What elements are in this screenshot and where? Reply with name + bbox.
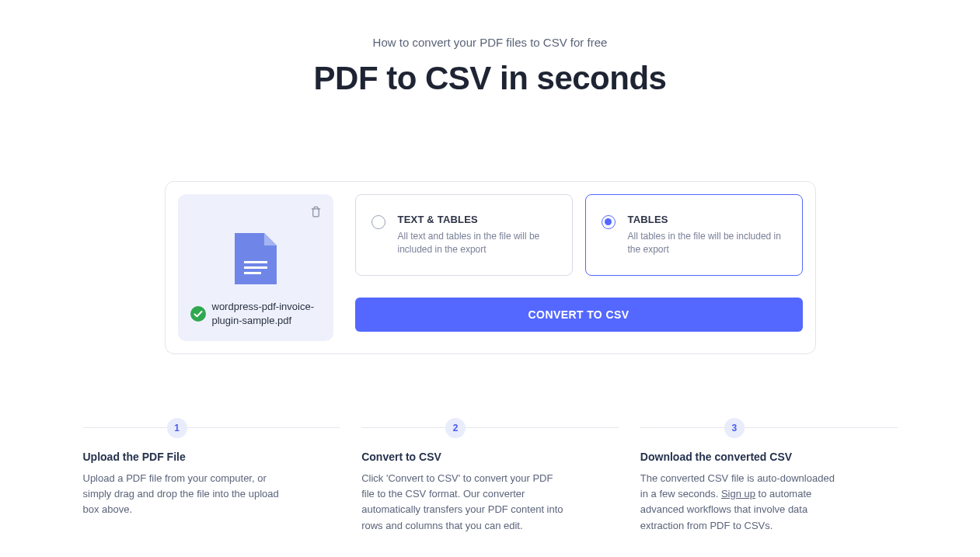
steps-section: 1 Upload the PDF File Upload a PDF file … <box>83 418 898 534</box>
step-title: Download the converted CSV <box>640 451 898 463</box>
option-description: All text and tables in the file will be … <box>398 230 556 256</box>
option-text-and-tables[interactable]: TEXT & TABLES All text and tables in the… <box>355 194 573 276</box>
option-title: TEXT & TABLES <box>398 214 556 225</box>
step-body: The converted CSV file is auto-downloade… <box>640 471 842 534</box>
svg-rect-1 <box>244 266 267 269</box>
radio-icon <box>371 215 385 229</box>
page-subtitle: How to convert your PDF files to CSV for… <box>0 36 980 49</box>
signup-link[interactable]: Sign up <box>721 488 755 500</box>
page-title: PDF to CSV in seconds <box>0 60 980 97</box>
step-connector-line <box>361 427 619 428</box>
option-tables[interactable]: TABLES All tables in the file will be in… <box>585 194 803 276</box>
step-connector-line <box>640 427 898 428</box>
step-body: Upload a PDF file from your computer, or… <box>83 471 285 517</box>
option-description: All tables in the file will be included … <box>628 230 786 256</box>
converter-card: wordpress-pdf-invoice-plugin-sample.pdf … <box>165 181 816 354</box>
step-number-badge: 3 <box>724 418 745 438</box>
check-circle-icon <box>190 306 206 322</box>
svg-point-3 <box>190 306 206 322</box>
convert-button[interactable]: CONVERT TO CSV <box>355 298 803 332</box>
svg-rect-0 <box>244 261 267 263</box>
document-icon <box>235 233 277 284</box>
file-name: wordpress-pdf-invoice-plugin-sample.pdf <box>212 300 321 327</box>
step-body: Click 'Convert to CSV' to convert your P… <box>361 471 563 534</box>
step-title: Upload the PDF File <box>83 451 340 463</box>
step-number-badge: 2 <box>445 418 466 438</box>
step-number-badge: 1 <box>167 418 187 438</box>
option-title: TABLES <box>628 214 786 225</box>
trash-icon <box>310 206 322 218</box>
step-title: Convert to CSV <box>361 451 619 463</box>
radio-icon <box>602 215 616 229</box>
delete-file-button[interactable] <box>307 202 326 221</box>
svg-rect-2 <box>244 272 261 274</box>
step-connector-line <box>83 427 340 428</box>
uploaded-file-tile: wordpress-pdf-invoice-plugin-sample.pdf <box>178 194 333 341</box>
